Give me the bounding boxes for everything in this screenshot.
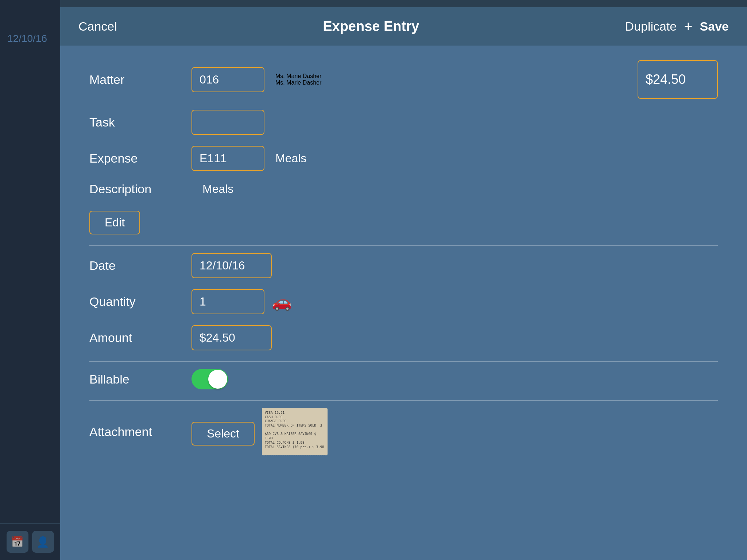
matter-row: Matter Ms. Marie Dasher Ms. Marie Dasher… (89, 60, 718, 99)
add-icon[interactable]: + (684, 18, 692, 35)
expense-description: Meals (275, 152, 306, 165)
matter-amount[interactable]: $24.50 (638, 60, 718, 99)
task-label: Task (89, 115, 191, 129)
description-label: Description (89, 182, 191, 196)
matter-client-info: Ms. Marie Dasher Ms. Marie Dasher (275, 73, 321, 86)
date-row: Date (89, 253, 718, 278)
select-button[interactable]: Select (191, 422, 255, 446)
quantity-input[interactable] (191, 289, 264, 314)
matter-client-line2: Ms. Marie Dasher (275, 79, 321, 86)
modal-title: Expense Entry (117, 19, 625, 34)
modal-actions: Duplicate + Save (625, 18, 729, 35)
description-value: Meals (202, 182, 233, 196)
expense-row: Expense Meals (89, 146, 718, 171)
divider-3 (89, 400, 718, 401)
quantity-label: Quantity (89, 295, 191, 309)
matter-code-input[interactable] (191, 67, 264, 92)
receipt-thumbnail[interactable]: VISA 16.21 CASH 0.00 CHANGE 0.00 TOTAL N… (262, 408, 328, 455)
billable-toggle-container (191, 369, 228, 389)
amount-row: Amount (89, 325, 718, 350)
attachment-row: Attachment Select VISA 16.21 CASH 0.00 C… (89, 408, 718, 455)
cancel-button[interactable]: Cancel (78, 19, 117, 34)
expense-label: Expense (89, 151, 191, 166)
attachment-label: Attachment (89, 425, 191, 439)
quantity-row: Quantity 🚗 (89, 289, 718, 314)
task-row: Task (89, 110, 718, 135)
modal-header: Cancel Expense Entry Duplicate + Save (60, 7, 747, 46)
task-input[interactable] (191, 110, 264, 135)
divider-2 (89, 361, 718, 362)
divider-1 (89, 245, 718, 246)
save-button[interactable]: Save (700, 19, 729, 34)
date-input[interactable] (191, 253, 272, 278)
amount-label: Amount (89, 331, 191, 345)
amount-input[interactable] (191, 325, 272, 350)
expense-entry-modal: Cancel Expense Entry Duplicate + Save Ma… (60, 7, 747, 560)
billable-row: Billable (89, 369, 718, 389)
edit-button[interactable]: Edit (89, 211, 140, 234)
matter-label: Matter (89, 73, 191, 87)
car-icon: 🚗 (272, 292, 292, 311)
matter-client-line1: Ms. Marie Dasher (275, 73, 321, 79)
receipt-content: VISA 16.21 CASH 0.00 CHANGE 0.00 TOTAL N… (262, 408, 328, 455)
edit-row: Edit (89, 207, 718, 234)
billable-label: Billable (89, 372, 191, 386)
expense-code-input[interactable] (191, 146, 264, 171)
description-row: Description Meals (89, 182, 718, 196)
modal-body: Matter Ms. Marie Dasher Ms. Marie Dasher… (60, 46, 747, 560)
billable-toggle[interactable] (191, 369, 228, 389)
toggle-knob (208, 370, 227, 389)
date-label: Date (89, 258, 191, 273)
duplicate-label: Duplicate (625, 19, 677, 34)
